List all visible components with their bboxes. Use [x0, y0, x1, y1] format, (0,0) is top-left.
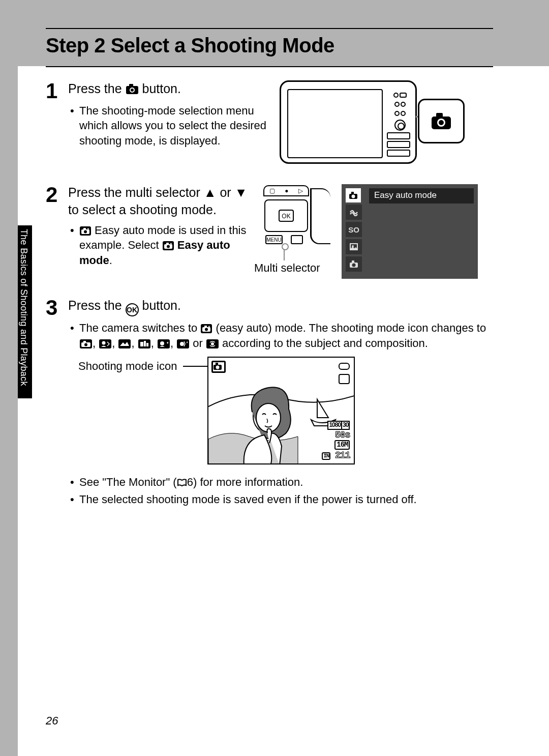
svg-point-32	[160, 341, 164, 345]
svg-rect-29	[140, 342, 143, 346]
scene-chip-icon: ★	[158, 339, 170, 348]
side-margin	[0, 0, 18, 756]
text: Press the	[68, 298, 126, 312]
svg-point-27	[84, 343, 87, 346]
video-fps-icon: 30	[341, 421, 350, 430]
step-3-bullet-1: The camera switches to (easy auto) mode.…	[79, 321, 493, 351]
monitor-figure: Shooting mode icon	[78, 357, 493, 464]
step-3: 3 Press the OK button. The camera switch…	[46, 297, 493, 509]
mode-menu-item: SO	[346, 222, 362, 237]
mode-menu-title: Easy auto mode	[369, 188, 474, 203]
step-1-lead: Press the button.	[68, 80, 280, 99]
camera-icon-callout	[418, 99, 465, 143]
menu-button-icon: MENU	[265, 235, 283, 244]
text: .	[109, 254, 112, 267]
svg-rect-31	[146, 343, 148, 346]
svg-point-16	[352, 195, 355, 198]
mode-menu-figure: SO Easy auto mode	[342, 184, 478, 279]
svg-point-36	[211, 342, 214, 345]
title-rule	[46, 28, 493, 29]
easy-auto-chip-icon	[80, 226, 91, 236]
svg-rect-5	[436, 113, 443, 118]
camera-icon	[431, 112, 452, 130]
text: Press the	[68, 81, 126, 96]
svg-point-24	[205, 328, 208, 331]
step-3-number: 3	[46, 298, 68, 509]
svg-rect-20	[352, 260, 354, 263]
svg-point-28	[102, 341, 106, 344]
camera-icon	[126, 82, 139, 99]
svg-point-7	[439, 120, 444, 125]
content-area: Step 2 Select a Shooting Mode 1 Press th…	[46, 28, 493, 514]
step-3-bullet-3: The selected shooting mode is saved even…	[79, 492, 493, 507]
svg-rect-12	[166, 243, 169, 245]
svg-point-3	[131, 89, 134, 92]
book-ref-icon	[177, 476, 187, 488]
text: according to the subject and composition…	[219, 337, 428, 350]
step-1-number: 1	[46, 81, 68, 166]
svg-text:★: ★	[166, 341, 168, 344]
mode-menu-item	[346, 205, 362, 220]
camera-back-figure	[280, 80, 455, 166]
monitor-label: Shooting mode icon	[78, 360, 177, 373]
mode-menu-item	[346, 256, 362, 272]
video-res-icon: 1080	[327, 421, 342, 430]
scene-chip-icon	[80, 339, 92, 348]
mode-menu-item	[346, 188, 361, 202]
mode-menu-item	[346, 239, 362, 254]
trash-button-icon	[291, 235, 303, 244]
svg-point-34	[180, 342, 184, 346]
down-triangle-icon: ▼	[235, 185, 248, 199]
easy-auto-chip-icon	[163, 241, 174, 250]
monitor-screen: 108030 50s 16M IN 211	[207, 357, 355, 464]
steps-box: 1 Press the button. The shooting-mode se…	[46, 66, 493, 509]
svg-point-10	[84, 230, 87, 233]
text: or	[217, 185, 235, 199]
step-2-number: 2	[46, 185, 68, 279]
text: See "The Monitor" (	[79, 476, 177, 488]
page-number: 26	[46, 714, 58, 728]
step-1: 1 Press the button. The shooting-mode se…	[46, 80, 493, 166]
page-title: Step 2 Select a Shooting Mode	[46, 34, 493, 57]
svg-point-13	[167, 245, 170, 248]
ok-icon: OK	[126, 303, 139, 316]
text: button.	[139, 81, 181, 96]
multi-selector-label: Multi selector	[254, 261, 320, 275]
svg-rect-1	[129, 84, 133, 87]
easy-auto-chip-icon	[201, 324, 212, 333]
svg-point-21	[352, 264, 356, 267]
svg-rect-9	[83, 228, 86, 230]
step-3-lead: Press the OK button.	[68, 297, 493, 316]
memory-in-icon: IN	[322, 452, 330, 460]
section-tab-label: The Basics of Shooting and Playback	[18, 229, 29, 386]
text: to select a shooting mode.	[68, 202, 217, 217]
svg-rect-15	[351, 192, 354, 194]
svg-point-41	[256, 403, 281, 432]
svg-rect-23	[204, 326, 207, 328]
multi-selector-figure: ▢●▷ OK MENU Multi selector	[261, 184, 336, 268]
step-2-bullet-1: Easy auto mode is used in this example. …	[79, 223, 255, 268]
scene-chip-icon	[118, 339, 131, 348]
text: (easy auto) mode. The shooting mode icon…	[212, 322, 486, 334]
step-1-bullet-1: The shooting-mode selection menu which a…	[79, 103, 280, 149]
text: or	[190, 337, 206, 350]
text: The camera switches to	[79, 322, 200, 334]
svg-rect-30	[144, 341, 146, 346]
text: 6) for more information.	[187, 476, 303, 488]
image-size-icon: 16M	[334, 440, 350, 450]
ok-button-icon: OK	[279, 210, 294, 222]
page: The Basics of Shooting and Playback Step…	[0, 0, 549, 756]
monitor-shots-remaining: 211	[335, 450, 350, 460]
step-2: 2 Press the multi selector ▲ or ▼ to sel…	[46, 184, 493, 279]
scene-chip-icon	[206, 339, 219, 348]
monitor-rec-time: 50s	[322, 430, 350, 441]
scene-chip-icon	[138, 339, 150, 348]
svg-text:★: ★	[186, 341, 188, 344]
up-triangle-icon: ▲	[204, 185, 217, 199]
text: Press the multi selector	[68, 185, 204, 199]
scene-chip-icon: ★	[177, 339, 189, 348]
step-3-bullet-2: See "The Monitor" (6) for more informati…	[79, 475, 493, 490]
step-2-lead: Press the multi selector ▲ or ▼ to selec…	[68, 184, 255, 219]
svg-rect-26	[83, 341, 86, 343]
scene-chip-icon	[99, 339, 111, 348]
